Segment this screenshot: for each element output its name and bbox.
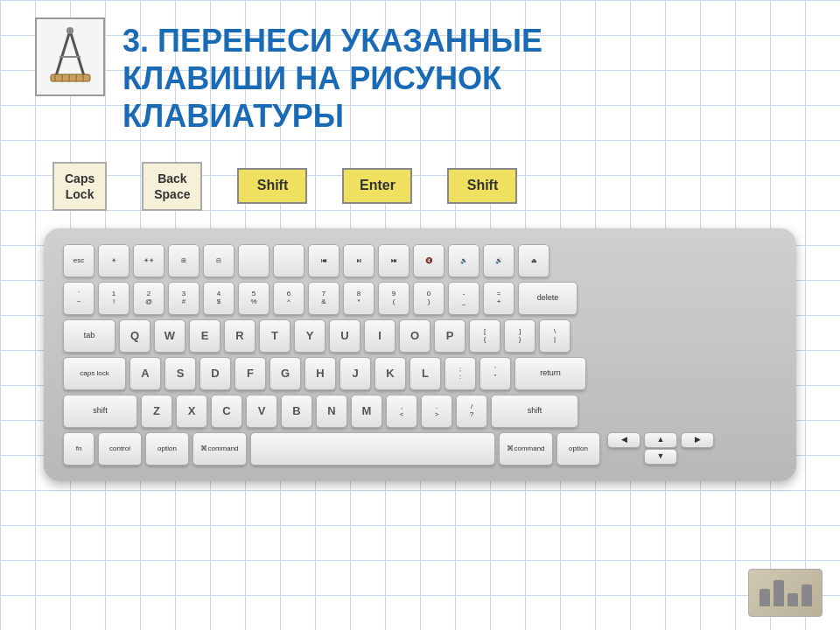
key-3: 3# (168, 282, 200, 315)
key-f7: ⏮ (308, 244, 340, 277)
key-arrow-right: ▶ (681, 432, 714, 448)
key-o: O (399, 319, 430, 353)
key-m: M (351, 395, 382, 428)
key-return: return (514, 357, 586, 390)
key-q: Q (119, 319, 150, 353)
key-backslash: \| (539, 319, 570, 353)
svg-line-0 (55, 31, 70, 79)
key-semicolon: ;: (444, 357, 476, 390)
key-5: 5% (238, 282, 270, 315)
header: 3. ПЕРЕНЕСИ УКАЗАННЫЕ КЛАВИШИ НА РИСУНОК… (35, 18, 805, 136)
key-f2: ☀☀ (133, 244, 164, 277)
svg-line-1 (70, 31, 85, 79)
key-1: 1! (98, 282, 130, 315)
key-enter: Enter (342, 168, 412, 204)
key-esc: esc (63, 244, 94, 277)
key-option-left: option (145, 432, 189, 466)
bottom-decoration (748, 569, 822, 617)
key-4: 4$ (203, 282, 234, 315)
key-arrow-down: ▼ (644, 449, 677, 465)
key-e: E (189, 319, 220, 353)
key-c: C (211, 395, 242, 428)
key-rbracket: ]} (504, 319, 536, 353)
key-row-fn: esc ☀ ☀☀ ⊞ ⊟ ⏮ ⏯ ⏭ 🔇 🔉 🔊 ⏏ (63, 244, 777, 277)
key-f10: 🔇 (413, 244, 444, 277)
key-h: H (304, 357, 336, 390)
key-row-bottom: fn control option ⌘command ⌘command opti… (63, 432, 777, 466)
key-control: control (98, 432, 142, 466)
key-f6 (273, 244, 304, 277)
key-7: 7& (308, 282, 340, 315)
key-arrow-up: ▲ (644, 432, 677, 448)
key-f: F (234, 357, 266, 390)
key-shift-right: Shift (447, 168, 517, 204)
key-p: P (434, 319, 466, 353)
key-option-right: option (556, 432, 600, 466)
key-f8: ⏯ (343, 244, 374, 277)
key-f3: ⊞ (168, 244, 200, 277)
key-row-qwerty: tab Q W E R T Y U I O P [{ ]} \| (63, 319, 777, 353)
key-fn: fn (63, 432, 94, 466)
key-row-asdf: caps lock A S D F G H J K L ;: '" return (63, 357, 777, 390)
key-b: B (281, 395, 312, 428)
key-r: R (224, 319, 256, 353)
key-x: X (176, 395, 207, 428)
key-d: D (200, 357, 231, 390)
keys-row: CapsLock BackSpace Shift Enter Shift (35, 162, 805, 211)
keyboard-image: esc ☀ ☀☀ ⊞ ⊟ ⏮ ⏯ ⏭ 🔇 🔉 🔊 ⏏ `~ 1! 2@ 3 (44, 228, 796, 481)
key-f4: ⊟ (203, 244, 234, 277)
key-8: 8* (343, 282, 374, 315)
key-f5 (238, 244, 270, 277)
key-row-zxcv: shift Z X C V B N M ,< .> /? shift (63, 395, 777, 428)
key-period: .> (421, 395, 452, 428)
page-title: 3. ПЕРЕНЕСИ УКАЗАННЫЕ КЛАВИШИ НА РИСУНОК… (122, 18, 542, 136)
key-j: J (340, 357, 371, 390)
key-tab: tab (63, 319, 116, 353)
key-v: V (246, 395, 277, 428)
key-a: A (130, 357, 161, 390)
key-6: 6^ (273, 282, 304, 315)
key-shift-left-kb: shift (63, 395, 137, 428)
key-w: W (154, 319, 186, 353)
key-backtick: `~ (63, 282, 94, 315)
key-arrow-left: ◀ (607, 432, 640, 448)
key-n: N (316, 395, 347, 428)
key-quote: '" (480, 357, 511, 390)
key-l: L (410, 357, 441, 390)
key-lbracket: [{ (469, 319, 500, 353)
key-g: G (270, 357, 301, 390)
key-slash: /? (456, 395, 487, 428)
key-equals: =+ (483, 282, 514, 315)
key-u: U (329, 319, 360, 353)
key-delete: delete (518, 282, 578, 315)
key-t: T (259, 319, 290, 353)
key-comma: ,< (386, 395, 417, 428)
key-shift-left: Shift (237, 168, 307, 204)
key-f1: ☀ (98, 244, 130, 277)
svg-rect-4 (51, 74, 90, 81)
key-command-right: ⌘command (499, 432, 553, 466)
key-9: 9( (378, 282, 410, 315)
key-capslock: caps lock (63, 357, 126, 390)
key-s: S (164, 357, 196, 390)
key-f9: ⏭ (378, 244, 410, 277)
key-0: 0) (413, 282, 444, 315)
key-space (250, 432, 495, 466)
key-z: Z (141, 395, 172, 428)
key-f11: 🔉 (448, 244, 480, 277)
key-f12: 🔊 (483, 244, 514, 277)
key-y: Y (294, 319, 326, 353)
key-backspace: BackSpace (142, 162, 202, 211)
key-shift-right-kb: shift (491, 395, 578, 428)
key-i: I (364, 319, 396, 353)
compass-icon (35, 18, 105, 96)
key-k: K (374, 357, 406, 390)
key-minus: -_ (448, 282, 480, 315)
key-caps-lock: CapsLock (52, 162, 107, 211)
svg-point-3 (66, 27, 74, 34)
key-command-left: ⌘command (192, 432, 247, 466)
key-eject: ⏏ (518, 244, 550, 277)
key-2: 2@ (133, 282, 164, 315)
key-row-numbers: `~ 1! 2@ 3# 4$ 5% 6^ 7& 8* 9( 0) -_ =+ d… (63, 282, 777, 315)
